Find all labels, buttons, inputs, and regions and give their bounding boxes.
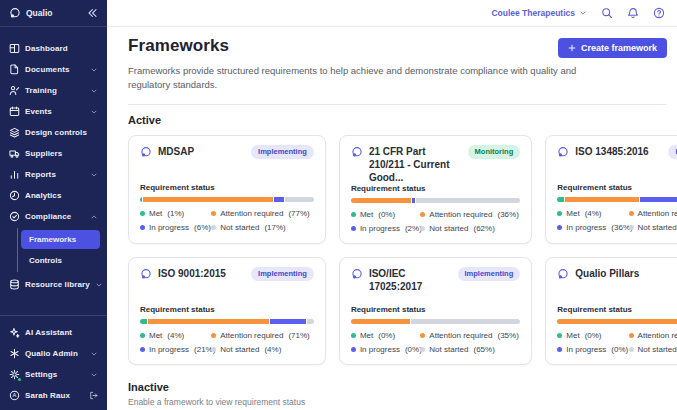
dashboard-icon (9, 43, 20, 54)
qualio-framework-icon (557, 268, 569, 280)
legend-dot (420, 333, 425, 338)
legend-dot (211, 347, 216, 352)
legend-dot (420, 347, 425, 352)
requirement-status-label: Requirement status (557, 305, 677, 314)
chevron-up-icon (90, 213, 98, 221)
legend-item: Met (4%) (557, 209, 628, 218)
sidebar-item-documents[interactable]: Documents (0, 59, 107, 80)
sidebar-item-events[interactable]: Events (0, 101, 107, 122)
framework-title: ISO 9001:2015 (158, 267, 245, 280)
chevron-down-icon (95, 281, 103, 289)
active-heading: Active (128, 114, 667, 126)
sidebar-item-training[interactable]: Training (0, 80, 107, 101)
requirement-status-legend: Met (0%) Attention required (100%) In pr… (557, 331, 677, 354)
bar-segment-not-started (285, 197, 314, 202)
requirement-status-bar (351, 319, 520, 324)
legend-item: Attention required (36%) (420, 210, 520, 219)
bar-segment-attention-required (148, 319, 269, 324)
sidebar-subitem-controls[interactable]: Controls (21, 251, 100, 270)
legend-dot (351, 212, 356, 217)
legend-dot (420, 212, 425, 217)
create-framework-button[interactable]: Create framework (558, 38, 667, 58)
gear-icon (9, 369, 20, 380)
legend-item: Not started (17%) (211, 223, 314, 232)
page-description: Frameworks provide structured requiremen… (128, 64, 580, 93)
framework-card[interactable]: ISO 13485:2016 Implementing Requirement … (545, 135, 677, 244)
bar-segment-not-started (307, 319, 314, 324)
logout-icon[interactable] (89, 391, 98, 400)
sidebar-item-reports[interactable]: Reports (0, 164, 107, 185)
sidebar-item-dashboard[interactable]: Dashboard (0, 38, 107, 59)
legend-item: In progress (21%) (140, 345, 211, 354)
database-icon (9, 279, 20, 290)
sidebar-item-suppliers[interactable]: Suppliers (0, 143, 107, 164)
sidebar-item-resource-library[interactable]: Resource library (0, 274, 107, 295)
framework-card[interactable]: 21 CFR Part 210/211 - Current Good... Mo… (339, 135, 532, 244)
requirement-status-legend: Met (4%) Attention required (71%) In pro… (140, 331, 314, 354)
sidebar-item-qualio-admin[interactable]: Qualio Admin (0, 343, 107, 364)
truck-icon (9, 148, 20, 159)
bar-segment-met (140, 319, 147, 324)
legend-item: In progress (0%) (351, 345, 420, 354)
inactive-section: Inactive Enable a framework to view requ… (128, 381, 667, 410)
org-switcher[interactable]: Coulee Therapeutics (491, 8, 587, 18)
app-name: Qualio (26, 8, 81, 18)
sidebar-item-qualio-admin-label: Qualio Admin (25, 349, 85, 358)
requirement-status-legend: Met (0%) Attention required (36%) In pro… (351, 210, 520, 233)
chevrons-left-icon[interactable] (86, 7, 98, 19)
sidebar-item-resource-library-label: Resource library (25, 280, 90, 289)
legend-dot (557, 225, 562, 230)
search-icon[interactable] (601, 7, 613, 19)
requirement-status-label: Requirement status (140, 305, 314, 314)
requirement-status-legend: Met (0%) Attention required (35%) In pro… (351, 331, 520, 354)
sidebar-footer-divider (0, 315, 107, 316)
sidebar-user-sarah-raux[interactable]: A Sarah Raux (0, 385, 107, 406)
bell-icon[interactable] (627, 7, 639, 19)
sidebar-item-dashboard-label: Dashboard (25, 44, 98, 53)
sidebar-item-ai-assistant[interactable]: AI Assistant (0, 322, 107, 343)
qualio-framework-icon (140, 268, 152, 280)
framework-title: 21 CFR Part 210/211 - Current Good... (369, 145, 462, 184)
requirement-status-label: Requirement status (557, 183, 677, 192)
help-icon[interactable] (653, 7, 665, 19)
qualio-framework-icon (140, 146, 152, 158)
legend-dot (211, 211, 216, 216)
sidebar-item-analytics[interactable]: Analytics (0, 185, 107, 206)
status-badge: Implementing (668, 145, 677, 159)
requirement-status-bar (140, 319, 314, 324)
legend-item: Not started (65%) (420, 345, 520, 354)
chevron-down-icon (90, 87, 98, 95)
legend-item: Not started (4%) (211, 345, 314, 354)
qualio-mark-icon (9, 7, 21, 19)
framework-card[interactable]: Qualio Pillars Monitoring Requirement st… (545, 257, 677, 365)
topbar: Coulee Therapeutics (107, 0, 677, 27)
qualio-framework-icon (351, 146, 363, 158)
legend-item: Not started (16%) (629, 223, 677, 232)
bar-segment-not-started (416, 198, 520, 203)
legend-dot (629, 333, 634, 338)
legend-item: Attention required (100%) (629, 331, 677, 340)
status-badge: Implementing (458, 267, 521, 281)
section-divider (128, 104, 667, 105)
legend-item: Met (4%) (140, 331, 211, 340)
legend-dot (140, 211, 145, 216)
sidebar-subitem-frameworks[interactable]: Frameworks (21, 230, 100, 249)
legend-item: Not started (62%) (420, 224, 520, 233)
sidebar-logo-row: Qualio (0, 0, 107, 27)
sidebar-item-design-controls[interactable]: Design controls (0, 122, 107, 143)
sidebar-item-settings[interactable]: Settings (0, 364, 107, 385)
bar-segment-attention-required (351, 319, 410, 324)
framework-card[interactable]: ISO 9001:2015 Implementing Requirement s… (128, 257, 326, 365)
requirement-status-bar (557, 197, 677, 202)
legend-item: In progress (6%) (140, 223, 211, 232)
requirement-status-legend: Met (4%) Attention required (43%) In pro… (557, 209, 677, 232)
legend-dot (629, 225, 634, 230)
active-section: Active MDSAP Implementing Requirement st… (128, 114, 667, 365)
avatar-icon: A (9, 390, 20, 401)
bar-segment-attention-required (351, 198, 411, 203)
compliance-submenu: FrameworksControls (17, 228, 107, 272)
legend-dot (629, 347, 634, 352)
sidebar-item-compliance[interactable]: Compliance (0, 206, 107, 227)
framework-card[interactable]: ISO/IEC 17025:2017 Implementing Requirem… (339, 257, 532, 365)
framework-card[interactable]: MDSAP Implementing Requirement status Me… (128, 135, 326, 244)
